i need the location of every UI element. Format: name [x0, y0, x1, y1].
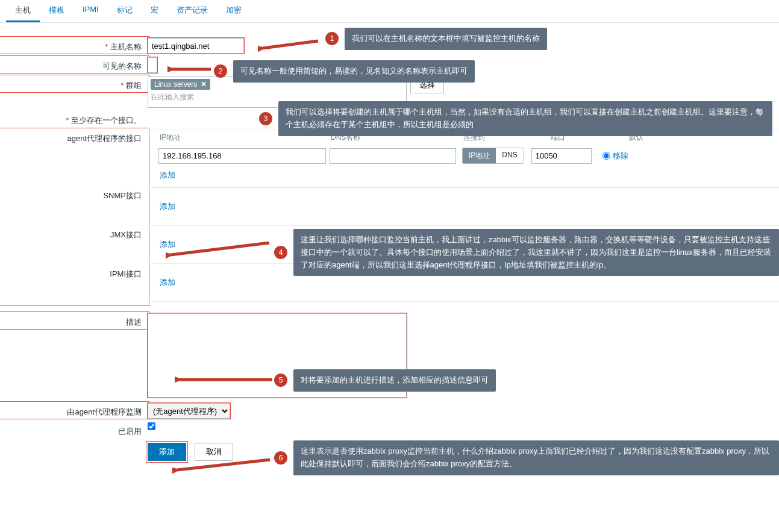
default-radio[interactable] — [602, 152, 610, 160]
groups-label: 群组 — [0, 77, 148, 91]
interface-hint: 至少存在一个接口。 — [0, 111, 148, 126]
hostname-input[interactable] — [148, 38, 244, 54]
snmp-interface-label: SNMP接口 — [0, 187, 142, 226]
cancel-button[interactable]: 取消 — [195, 443, 233, 461]
tab-template[interactable]: 模板 — [40, 0, 74, 22]
ip-input[interactable] — [158, 148, 326, 164]
annotation-6: 6这里表示是否使用zabbix proxy监控当前主机，什么介绍zabbix p… — [274, 440, 779, 475]
hostname-label: 主机名称 — [0, 38, 148, 52]
enabled-checkbox[interactable] — [148, 422, 155, 430]
annotation-3: 3我们可以选择将要创建的主机属于哪个主机组，当然，如果没有合适的主机组，我们可以… — [259, 101, 772, 136]
annotation-5: 5对将要添加的主机进行描述，添加相应的描述信息即可 — [274, 369, 496, 392]
tab-ipmi[interactable]: IPMI — [74, 0, 108, 22]
tab-inventory[interactable]: 资产记录 — [167, 0, 217, 22]
connect-to-toggle[interactable]: IP地址 DNS — [462, 148, 524, 164]
annotation-2: 2可见名称一般使用简短的，易读的，见名知义的名称表示主机即可 — [214, 60, 475, 83]
tab-encryption[interactable]: 加密 — [217, 0, 251, 22]
annotation-4: 4这里让我们选择哪种接口监控当前主机，我上面讲过，zabbix可以监控服务器，路… — [274, 229, 779, 276]
jmx-interface-label: JMX接口 — [0, 226, 142, 265]
annotation-1: 1我们可以在主机名称的文本框中填写被监控主机的名称 — [325, 28, 547, 50]
tab-host[interactable]: 主机 — [6, 0, 40, 22]
dns-input[interactable] — [330, 148, 456, 164]
proxy-label: 由agent代理程序监测 — [0, 403, 148, 418]
description-label: 描述 — [0, 313, 148, 328]
port-input[interactable] — [531, 148, 592, 164]
group-chip[interactable]: Linux servers✕ — [151, 79, 210, 90]
ipmi-interface-label: IPMI接口 — [0, 265, 142, 304]
visiblename-label: 可见的名称 — [0, 57, 148, 72]
drag-handle-icon[interactable]: ⋮⋮ — [148, 152, 158, 159]
agent-add-link[interactable]: 添加 — [148, 164, 779, 187]
proxy-select[interactable]: (无agent代理程序) — [148, 403, 230, 419]
tab-macros[interactable]: 宏 — [142, 0, 167, 22]
connect-ip-option[interactable]: IP地址 — [463, 148, 496, 163]
chip-remove-icon[interactable]: ✕ — [201, 80, 207, 89]
agent-interface-label: agent代理程序的接口 — [0, 130, 142, 187]
agent-interface-row: ⋮⋮ IP地址 DNS 移除 — [148, 148, 779, 164]
remove-link[interactable]: 移除 — [613, 151, 628, 161]
tab-bar: 主机 模板 IPMI 标记 宏 资产记录 加密 — [0, 0, 779, 23]
add-button[interactable]: 添加 — [148, 443, 186, 461]
visiblename-input[interactable] — [148, 57, 157, 73]
snmp-add-link[interactable]: 添加 — [148, 187, 779, 226]
connect-dns-option[interactable]: DNS — [496, 148, 523, 163]
tab-tags[interactable]: 标记 — [108, 0, 142, 22]
enabled-label: 已启用 — [0, 422, 148, 437]
svg-line-5 — [177, 460, 270, 470]
